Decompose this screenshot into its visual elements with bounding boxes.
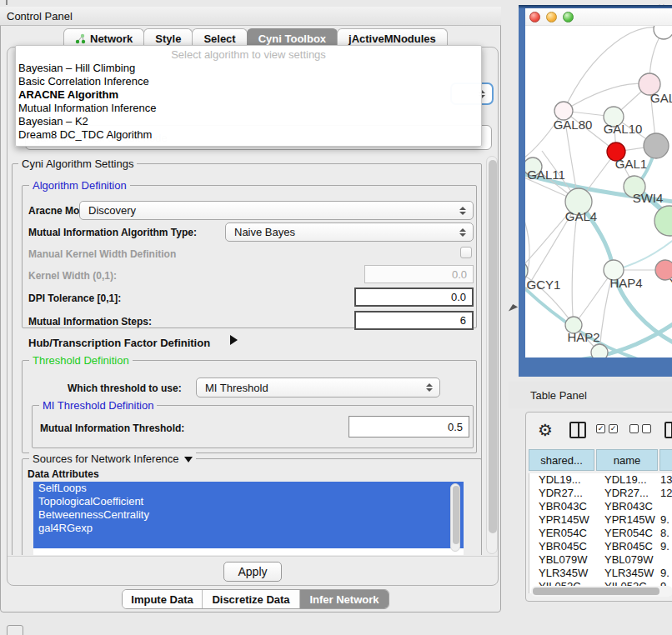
table-cell: YBL079W [529,553,595,567]
which-threshold-select[interactable]: MI Threshold [196,378,440,398]
node-label-gcy1: GCY1 [527,278,561,292]
table-cell: 8. [657,527,672,540]
panel-title: Control Panel [7,10,73,22]
network-canvas[interactable]: GALGAL80GAL10GAL1GAL11SWI4GAL4GCY1HAP4YH… [525,26,672,358]
table-cell: 9. [657,567,672,580]
select-all-checked-icon[interactable]: ✓✓ [596,424,618,433]
attribute-item-gal4rgexp[interactable]: gal4RGexp [33,522,464,535]
mi-steps-label: Mutual Information Steps: [28,316,152,328]
table-cell: 12 [657,487,672,500]
bottom-tab-impute-data[interactable]: Impute Data [123,590,202,608]
table-rows: YDL19...YDL19...13YDR27...YDR27...12YBR0… [529,473,672,593]
kernel-width-field[interactable]: 0.0 [364,265,474,283]
split-columns-icon[interactable] [569,422,586,438]
dropdown-item-mutual-information-inference[interactable]: Mutual Information Inference [16,102,481,115]
network-node[interactable] [654,206,672,236]
node-label-gal80: GAL80 [554,118,593,132]
cyni-bottom-tabs: Impute DataDiscretize DataInfer Network [122,589,389,609]
dropdown-item-aracne-algorithm[interactable]: ARACNE Algorithm [16,88,481,102]
gear-icon[interactable]: ⚙ [538,420,553,440]
threshold-definition-title: Threshold Definition [29,354,133,367]
column-header-shared-name[interactable]: shared... [529,449,594,471]
table-cell: YDR27... [529,487,595,500]
table-panel-titlebar: Table Panel [509,382,672,408]
spinner-arrows-icon [426,383,433,392]
table-row[interactable]: YBL079WYBL079W [529,553,672,567]
dropdown-item-bayesian-hill-climbing[interactable]: Bayesian – Hill Climbing [16,62,481,75]
table-cell: YPR145W [529,513,595,527]
apply-button[interactable]: Apply [223,562,282,582]
expand-arrow-icon[interactable] [230,335,238,345]
attributes-list-scrollbar[interactable] [450,483,460,552]
network-view-window: GALGAL80GAL10GAL1GAL11SWI4GAL4GCY1HAP4YH… [519,5,672,377]
table-row[interactable]: YBR045CYBR045C9. [529,540,672,553]
network-node[interactable] [591,344,608,358]
algorithm-dropdown: Select algorithm to view settings Bayesi… [15,45,482,147]
settings-scroll-area: Cyni Algorithm Settings Algorithm Defini… [8,155,486,555]
table-horizontal-scrollbar[interactable] [531,586,672,597]
hub-section-label[interactable]: Hub/Transcription Factor Definition [28,337,210,349]
network-node[interactable] [654,26,672,39]
table-row[interactable]: YBR043CYBR043C [529,500,672,513]
dropdown-item-dream8-dc-tdc-algorithm[interactable]: Dream8 DC_TDC Algorithm [16,128,481,142]
dropdown-item-basic-correlation-inference[interactable]: Basic Correlation Inference [16,75,481,88]
table-cell: YBR043C [595,500,657,513]
dpi-tolerance-label: DPI Tolerance [0,1]: [28,292,121,304]
table-row[interactable]: YER054CYER054C8. [529,527,672,540]
close-window-icon[interactable] [529,12,540,22]
which-threshold-label: Which threshold to use: [68,382,182,394]
dropdown-hint: Select algorithm to view settings [16,48,481,62]
node-label-gal1: GAL1 [615,157,647,171]
network-window-titlebar[interactable] [525,8,672,26]
manual-kernel-label: Manual Kernel Width Definition [28,248,176,260]
table-panel: ⚙ ✓✓ shared... name A YDL19...YDL19...13… [525,412,672,602]
table-row[interactable]: YLR345WYLR345W9. [529,567,672,580]
select-none-unchecked-icon[interactable] [629,424,651,433]
mi-threshold-field[interactable]: 0.5 [349,416,469,438]
tab-label: Network [90,32,133,45]
dropdown-item-bayesian-k2[interactable]: Bayesian – K2 [16,115,481,128]
table-cell [657,500,672,513]
dropdown-items: Bayesian – Hill ClimbingBasic Correlatio… [16,62,481,142]
bottom-tab-discretize-data[interactable]: Discretize Data [202,590,299,608]
column-header-name[interactable]: name [596,449,658,471]
node-label-hap2: HAP2 [567,330,599,344]
column-header-clipped[interactable]: A [659,449,672,471]
node-label-gal: GAL [650,91,672,105]
data-attributes-list[interactable]: SelfLoopsTopologicalCoefficientBetweenne… [33,482,464,555]
table-cell: 13 [657,473,672,487]
table-cell: YBR045C [529,540,595,553]
table-cell: YER054C [595,527,657,540]
grid-icon[interactable] [664,422,672,438]
minimized-panel-icon[interactable] [7,625,23,635]
mi-type-select[interactable]: Naive Bayes [225,222,474,242]
network-node[interactable] [644,133,669,158]
attribute-item-item[interactable] [33,535,464,548]
minimize-window-icon[interactable] [546,12,557,22]
attribute-item-topologicalcoefficient[interactable]: TopologicalCoefficient [33,495,464,508]
sources-group-title[interactable]: Sources for Network Inference [29,452,196,465]
attribute-item-betweennesscentrality[interactable]: BetweennessCentrality [33,508,464,522]
settings-scrollbar[interactable] [486,156,498,554]
collapse-arrow-icon [184,457,193,462]
table-row[interactable]: YDL19...YDL19...13 [529,473,672,487]
mouse-cursor [509,304,518,314]
zoom-window-icon[interactable] [563,12,574,22]
attribute-item-selfloops[interactable]: SelfLoops [33,482,464,495]
tab-label: Cyni Toolbox [258,32,326,45]
network-graph: GALGAL80GAL10GAL1GAL11SWI4GAL4GCY1HAP4YH… [525,26,672,358]
table-cell: YPR145W [595,513,657,527]
cyni-algorithm-settings-title: Cyni Algorithm Settings [18,158,137,170]
window-edge-tick [6,0,8,5]
bottom-tab-infer-network[interactable]: Infer Network [299,590,389,608]
mi-type-label: Mutual Information Algorithm Type: [28,227,197,238]
node-label-gal11: GAL11 [527,168,565,182]
algorithm-definition-title: Algorithm Definition [29,179,130,192]
mi-steps-field[interactable]: 6 [354,311,474,330]
table-row[interactable]: YDR27...YDR27...12 [529,487,672,500]
aracne-mode-select[interactable]: Discovery [79,201,474,220]
mi-type-value: Naive Bayes [234,226,295,238]
manual-kernel-checkbox[interactable] [460,247,472,258]
dpi-tolerance-field[interactable]: 0.0 [354,288,474,307]
table-row[interactable]: YPR145WYPR145W9. [529,513,672,527]
